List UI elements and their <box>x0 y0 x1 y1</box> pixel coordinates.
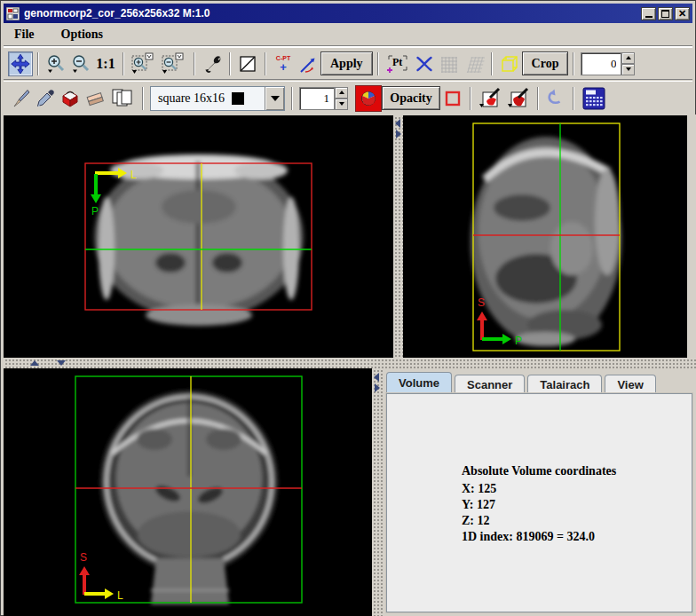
splitter-collapse-left-icon[interactable] <box>395 119 400 128</box>
paint-size-down-button[interactable] <box>335 99 348 110</box>
magnify-region-in-button[interactable] <box>129 51 159 76</box>
brush-shape-dropdown-button[interactable] <box>265 87 284 110</box>
magnify-region-in-icon <box>130 52 157 75</box>
grid-skew-button <box>462 51 486 76</box>
cube-icon <box>499 53 520 75</box>
brush-shape-combo[interactable]: square 16x16 <box>150 86 285 111</box>
tab-talairach[interactable]: Talairach <box>527 375 602 393</box>
magnify-region-out-button[interactable] <box>159 51 189 76</box>
crop-volume-button[interactable] <box>497 51 522 76</box>
toolbar-separator <box>229 52 231 75</box>
sagittal-view[interactable]: S P <box>403 115 687 358</box>
paint-color-button[interactable] <box>355 85 382 112</box>
maximize-button[interactable] <box>658 7 673 20</box>
zoom-out-icon <box>70 53 91 75</box>
sagittal-brain-image <box>471 137 621 346</box>
toolbar-separator <box>142 87 144 110</box>
commit-paint-button[interactable] <box>476 86 504 111</box>
undo-paint-button[interactable] <box>543 86 568 111</box>
protractor-button[interactable] <box>296 51 320 76</box>
menu-bar: File Options <box>4 23 692 46</box>
coordinate-z: Z: 12 <box>462 513 616 529</box>
axial-view[interactable]: L P <box>4 115 393 358</box>
spin-up-icon <box>339 91 344 94</box>
coronal-view[interactable]: S L <box>4 368 372 616</box>
splitter-collapse-up-icon[interactable] <box>30 360 39 366</box>
intensity-spinner-input[interactable] <box>581 52 621 75</box>
intensity-spinner <box>581 52 635 75</box>
paint-eraser-button[interactable] <box>83 86 107 111</box>
paint-brush-icon <box>10 88 31 109</box>
coordinates-tab-panel: Volume Scanner Talairach View Absolute V… <box>383 368 696 616</box>
zoom-in-button[interactable] <box>44 51 68 76</box>
eyedropper-icon <box>35 88 56 109</box>
image-tools-button[interactable] <box>200 51 225 76</box>
menu-file[interactable]: File <box>12 26 36 43</box>
coordinates-heading: Absolute Volume coordinates <box>462 463 616 479</box>
calculator-icon <box>581 87 607 110</box>
menu-options[interactable]: Options <box>59 26 105 43</box>
toolbar-separator <box>37 52 39 75</box>
volume-tab-content: Absolute Volume coordinates X: 125 Y: 12… <box>386 393 692 612</box>
toolbar-separator <box>123 52 124 75</box>
tab-scanner[interactable]: Scanner <box>455 375 525 393</box>
coordinate-x: X: 125 <box>462 481 616 497</box>
undo-icon <box>545 88 566 109</box>
splitter-collapse-left-icon[interactable] <box>374 373 379 382</box>
delete-point-button[interactable] <box>412 51 437 76</box>
splitter-collapse-right-icon[interactable] <box>396 130 401 138</box>
bottom-vertical-splitter[interactable] <box>372 368 383 616</box>
pan-icon <box>10 53 31 75</box>
splitter-collapse-down-icon[interactable] <box>57 360 66 366</box>
center-point-button[interactable]: C-PT + <box>271 51 296 76</box>
paint-size-up-button[interactable] <box>335 87 348 99</box>
color-sphere-icon <box>360 90 377 107</box>
splitter-collapse-right-icon[interactable] <box>375 383 380 392</box>
intensity-spinner-down-button[interactable] <box>621 64 635 75</box>
intensity-spinner-up-button[interactable] <box>621 52 635 64</box>
toolbar-separator <box>573 52 574 75</box>
paste-paint-button[interactable] <box>107 86 138 111</box>
eraser-icon <box>84 88 106 109</box>
close-button[interactable]: ✕ <box>675 7 690 20</box>
axial-v-label: P <box>91 205 99 217</box>
tab-view[interactable]: View <box>605 375 655 393</box>
skewed-grid-icon <box>463 53 485 75</box>
horizontal-splitter[interactable] <box>4 358 696 368</box>
coronal-v-label: S <box>80 551 87 564</box>
tab-strip: Volume Scanner Talairach View <box>386 372 694 393</box>
right-border-fill <box>687 115 696 358</box>
calculate-volume-button[interactable] <box>579 86 609 111</box>
app-icon <box>6 7 20 20</box>
window-level-button[interactable] <box>235 51 260 76</box>
apply-button[interactable]: Apply <box>320 51 373 75</box>
pan-tool-button[interactable] <box>8 51 33 76</box>
top-vertical-splitter[interactable] <box>393 115 403 358</box>
zoom-out-button[interactable] <box>68 51 93 76</box>
magnify-region-out-icon <box>161 52 187 75</box>
crop-button[interactable]: Crop <box>522 51 569 75</box>
paint-bucket-button[interactable] <box>58 86 83 111</box>
axial-h-label: L <box>130 169 137 181</box>
triplanar-workspace: L P <box>4 115 696 616</box>
minimize-icon <box>645 16 652 18</box>
maximize-icon <box>661 10 669 18</box>
commit-paint-all-icon <box>506 87 531 110</box>
minimize-button[interactable] <box>641 7 656 20</box>
paint-size-spinner-input[interactable] <box>299 87 335 110</box>
zoom-one-to-one-button[interactable]: 1:1 <box>93 51 118 76</box>
volume-coordinates: Absolute Volume coordinates X: 125 Y: 12… <box>462 463 616 545</box>
paint-border-button[interactable] <box>440 86 465 111</box>
tab-volume[interactable]: Volume <box>386 372 452 393</box>
paint-dropper-button[interactable] <box>33 86 58 111</box>
opacity-button[interactable]: Opacity <box>382 86 440 110</box>
toolbar-separator <box>265 52 266 75</box>
commit-paint-all-button[interactable] <box>504 86 533 111</box>
add-reference-point-button[interactable]: Pt <box>384 51 412 76</box>
paint-can-icon <box>59 88 81 109</box>
paint-brush-button[interactable] <box>8 86 33 111</box>
title-bar[interactable]: genormcorp2_cor_256x256x32 M:1.0 ✕ <box>4 4 692 23</box>
wrench-icon <box>202 53 223 75</box>
delete-x-icon <box>414 53 435 75</box>
brush-shape-value: square 16x16 <box>158 91 225 106</box>
